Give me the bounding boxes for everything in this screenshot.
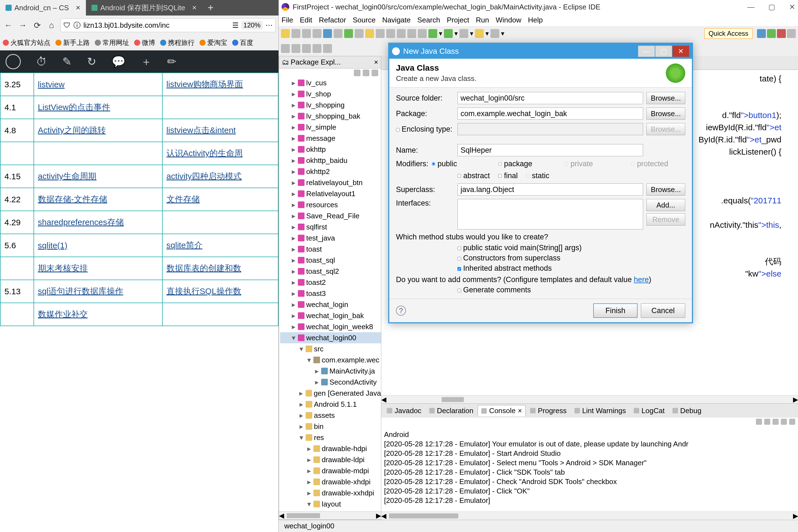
tree-node[interactable]: ▸lv_simple: [280, 122, 381, 133]
detail-link[interactable]: listview点击&intent: [167, 126, 236, 135]
interfaces-list[interactable]: [457, 199, 643, 229]
tree-node[interactable]: ▸lv_shopping_bak: [280, 111, 381, 122]
twisty-icon[interactable]: ▸: [291, 244, 296, 255]
topic-link[interactable]: ListView的点击事件: [38, 102, 110, 112]
tree-node[interactable]: ▸drawable-xhdpi: [280, 476, 381, 488]
twisty-icon[interactable]: ▸: [291, 288, 296, 299]
console-tab-console[interactable]: Console ×: [478, 405, 526, 416]
tree-node[interactable]: ▸wechat_login: [280, 299, 381, 310]
abstract-checkbox[interactable]: abstract: [457, 172, 490, 180]
collapse-all-icon[interactable]: [354, 70, 360, 76]
menu-edit[interactable]: Edit: [300, 16, 312, 24]
tree-node[interactable]: ▸toast3: [280, 288, 381, 299]
twisty-icon[interactable]: ▸: [291, 299, 296, 310]
twisty-icon[interactable]: ▸: [291, 99, 296, 111]
menu-refactor[interactable]: Refactor: [319, 16, 346, 24]
twisty-icon[interactable]: ▸: [291, 255, 296, 266]
name-input[interactable]: [457, 144, 643, 156]
bookmark-item[interactable]: 火狐官方站点: [3, 38, 51, 47]
tree-node[interactable]: ▸wechat_login_bak: [280, 310, 381, 321]
twisty-icon[interactable]: ▸: [299, 388, 304, 399]
tree-node[interactable]: ▸toast_sql2: [280, 266, 381, 277]
save-all-icon[interactable]: [302, 29, 311, 38]
twisty-icon[interactable]: ▸: [291, 277, 296, 288]
menu-navigate[interactable]: Navigate: [382, 16, 411, 24]
tree-node[interactable]: ▸Relativelayout1: [280, 188, 381, 199]
tree-node[interactable]: ▸toast_sql: [280, 255, 381, 266]
tree-node[interactable]: ▸test_java: [280, 232, 381, 244]
new-tab-button[interactable]: +: [202, 2, 219, 14]
tree-node[interactable]: ▸lv_shop: [280, 89, 381, 99]
save-icon[interactable]: [291, 29, 300, 38]
new-icon[interactable]: [281, 29, 290, 38]
open-task-icon[interactable]: [491, 29, 499, 38]
topic-link[interactable]: sql语句进行数据库操作: [38, 286, 123, 296]
help-icon[interactable]: ?: [396, 306, 406, 316]
bookmark-item[interactable]: 携程旅行: [160, 38, 194, 47]
topic-link[interactable]: 期末考核安排: [38, 264, 88, 273]
twisty-icon[interactable]: ▸: [306, 454, 312, 465]
edit-icon[interactable]: ✏: [167, 55, 176, 68]
tree-node[interactable]: ▸wechat_login_week8: [280, 321, 381, 332]
tree-node[interactable]: ▾layout: [280, 498, 381, 510]
console-output[interactable]: Android [2020-05-28 12:17:28 - Emulator]…: [381, 429, 798, 512]
topic-link[interactable]: 数据存储-文件存储: [38, 194, 107, 204]
topic-link[interactable]: sharedpreferences存储: [38, 217, 124, 227]
browse-button[interactable]: Browse...: [646, 184, 685, 196]
console-tab-progress[interactable]: Progress: [527, 405, 570, 416]
tree-node[interactable]: ▸bin: [280, 421, 381, 432]
twisty-icon[interactable]: ▸: [291, 321, 296, 332]
run-icon[interactable]: [444, 29, 453, 38]
console-tab-debug[interactable]: Debug: [669, 405, 705, 416]
menu-help[interactable]: Help: [528, 16, 543, 24]
menu-source[interactable]: Source: [353, 16, 376, 24]
minimize-button[interactable]: —: [638, 46, 655, 57]
finish-button[interactable]: Finish: [593, 303, 638, 318]
java-perspective-icon[interactable]: [767, 29, 776, 38]
tree-node[interactable]: ▸Save_Read_File: [280, 210, 381, 222]
tree-node[interactable]: ▸resources: [280, 199, 381, 210]
menu-window[interactable]: Window: [496, 16, 521, 24]
class-icon[interactable]: [386, 29, 395, 38]
bookmark-item[interactable]: 新手上路: [55, 38, 90, 47]
new-project-icon[interactable]: [365, 29, 374, 38]
twisty-icon[interactable]: ▸: [306, 465, 312, 476]
add-button[interactable]: Add...: [646, 199, 685, 211]
browse-button[interactable]: Browse...: [646, 92, 685, 104]
browse-button[interactable]: Browse...: [646, 108, 685, 120]
twisty-icon[interactable]: ▸: [306, 443, 312, 454]
tree-node[interactable]: ▸lv_shopping: [280, 99, 381, 111]
close-icon[interactable]: ×: [192, 3, 196, 12]
public-radio[interactable]: public: [432, 159, 490, 168]
plus-icon[interactable]: ＋: [141, 54, 152, 69]
comment-icon[interactable]: 💬: [112, 55, 126, 68]
wordpress-icon[interactable]: [5, 54, 21, 69]
twisty-icon[interactable]: ▸: [291, 210, 296, 222]
console-scrollbar[interactable]: ◀▶: [381, 512, 798, 520]
final-checkbox[interactable]: final: [498, 172, 518, 180]
maximize-button[interactable]: ▢: [768, 3, 775, 11]
twisty-icon[interactable]: ▸: [291, 222, 296, 232]
twisty-icon[interactable]: ▸: [291, 144, 296, 155]
tree-node[interactable]: ▸drawable-mdpi: [280, 465, 381, 476]
twisty-icon[interactable]: ▾: [306, 355, 312, 365]
bookmark-item[interactable]: 百度: [232, 38, 253, 47]
back-nav-icon[interactable]: [281, 44, 290, 53]
twisty-icon[interactable]: ▸: [306, 488, 312, 498]
open-type-icon[interactable]: [397, 29, 406, 38]
close-button[interactable]: ✕: [672, 46, 689, 57]
package-input[interactable]: [457, 108, 643, 120]
superclass-input[interactable]: [457, 184, 643, 196]
reload-button[interactable]: ⟳: [32, 20, 43, 31]
twisty-icon[interactable]: ▸: [291, 133, 296, 144]
home-button[interactable]: ⌂: [46, 20, 57, 31]
tree-node[interactable]: ▸okhttp_baidu: [280, 155, 381, 166]
package-icon[interactable]: [376, 29, 385, 38]
next-annotation-icon[interactable]: [323, 44, 332, 53]
detail-link[interactable]: 认识Activity的生命周: [167, 149, 243, 158]
tree-node[interactable]: ▸sqlfirst: [280, 222, 381, 232]
twisty-icon[interactable]: ▸: [299, 410, 304, 421]
clear-console-icon[interactable]: [756, 419, 762, 425]
twisty-icon[interactable]: ▾: [299, 343, 304, 355]
twisty-icon[interactable]: ▸: [314, 365, 320, 377]
